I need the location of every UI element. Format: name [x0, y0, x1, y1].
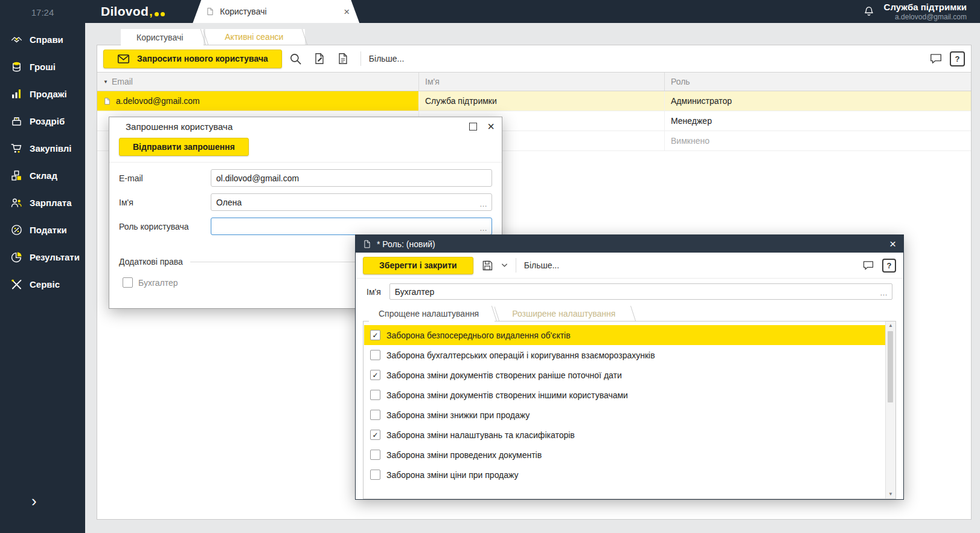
dialog-titlebar[interactable]: Запрошення користувача × — [109, 117, 502, 135]
sidebar-item-rezultaty[interactable]: Результати — [0, 244, 85, 271]
sidebar-item-sprav[interactable]: Справи — [0, 26, 85, 53]
comments-button[interactable] — [926, 49, 946, 68]
cell-role[interactable]: Менеджер — [665, 111, 971, 131]
comments-button[interactable] — [859, 256, 878, 275]
percent-coin-icon — [10, 224, 23, 236]
column-header-email[interactable]: ▼ Email — [97, 73, 419, 91]
permission-item[interactable]: ✓ Заборона зміни ціни при продажу — [364, 465, 885, 485]
permission-item[interactable]: ✓ Заборона зміни документів створених ра… — [364, 365, 885, 385]
cell-name[interactable]: Служба підтримки — [419, 91, 665, 111]
table-row[interactable]: a.delovod@gmail.com Служба підтримки Адм… — [97, 91, 971, 111]
role-field[interactable] — [211, 218, 492, 234]
help-button[interactable]: ? — [950, 51, 965, 66]
sidebar-item-prodazhi[interactable]: Продажі — [0, 80, 85, 108]
sidebar-item-label: Склад — [30, 170, 57, 181]
checkbox[interactable]: ✓ — [370, 330, 380, 340]
dialog-title: Запрошення користувача — [126, 121, 232, 132]
document-lines-button[interactable] — [333, 49, 353, 68]
sidebar-item-sklad[interactable]: Склад — [0, 162, 85, 189]
sidebar-item-label: Результати — [30, 252, 80, 262]
tab-close-icon[interactable]: × — [344, 7, 350, 17]
permission-item[interactable]: ✓ Заборона бухгалтерських операцій і кор… — [364, 345, 885, 365]
role-name-field[interactable] — [390, 284, 892, 299]
cell-role[interactable]: Администратор — [665, 91, 971, 111]
maximize-icon[interactable] — [469, 123, 477, 131]
cell-role[interactable]: Вимкнено — [665, 131, 971, 150]
close-icon[interactable]: × — [487, 120, 495, 132]
logo-text: Dilovod — [101, 4, 149, 19]
bell-icon[interactable] — [863, 5, 875, 18]
sidebar-item-zakupivli[interactable]: Закупівлі — [0, 135, 85, 162]
check-icon: ✓ — [372, 372, 378, 379]
role-dialog-tabs: Спрощене налаштування Розширене налаштув… — [363, 306, 896, 321]
sales-chart-icon — [10, 88, 23, 100]
email-field[interactable] — [211, 170, 492, 186]
sidebar-item-zarplata[interactable]: Зарплата — [0, 189, 85, 216]
permission-item[interactable]: ✓ Заборона зміни знижки при продажу — [364, 405, 885, 425]
send-invitation-button[interactable]: Відправити запрошення — [119, 138, 249, 156]
close-icon[interactable]: × — [889, 238, 896, 250]
sidebar-item-rozdrib[interactable]: Роздріб — [0, 108, 85, 135]
email-value: a.delovod@gmail.com — [116, 96, 200, 106]
help-button[interactable]: ? — [882, 259, 896, 273]
checkbox[interactable]: ✓ — [370, 390, 380, 400]
permission-item[interactable]: ✓ Заборона зміни документів створених ін… — [364, 385, 885, 405]
checkbox[interactable]: ✓ — [370, 410, 380, 420]
permission-label: Заборона зміни налаштувань та класифікат… — [386, 430, 575, 440]
checkbox[interactable]: ✓ — [370, 350, 380, 360]
save-and-close-button[interactable]: Зберегти і закрити — [363, 257, 473, 274]
tab-label: Розширене налаштування — [512, 309, 615, 318]
pie-chart-icon — [10, 251, 23, 263]
tab-label: Спрощене налаштування — [379, 309, 479, 318]
permission-item[interactable]: ✓ Заборона зміни проведених документів — [364, 445, 885, 465]
checkbox[interactable]: ✓ — [370, 430, 380, 440]
toolbar-separator — [516, 258, 516, 273]
checkbox[interactable]: ✓ — [370, 450, 380, 460]
sidebar-item-servis[interactable]: Сервіс — [0, 271, 85, 298]
permission-item[interactable]: ✓ Заборона безпосереднього видалення об'… — [364, 325, 885, 345]
picker-button[interactable]: … — [479, 224, 487, 232]
envelope-icon — [117, 53, 130, 65]
sidebar-item-label: Податки — [30, 225, 67, 235]
scrollbar[interactable]: ▲ ▼ — [885, 321, 895, 499]
sidebar-item-groshi[interactable]: Гроші — [0, 53, 85, 80]
sidebar-item-podatky[interactable]: Податки — [0, 216, 85, 244]
permission-item[interactable]: ✓ Заборона зміни налаштувань та класифік… — [364, 425, 885, 445]
checkbox[interactable]: ✓ — [123, 277, 133, 288]
more-menu[interactable]: Більше... — [369, 54, 404, 63]
sidebar-collapse-button[interactable]: › — [31, 493, 37, 509]
chevron-down-icon[interactable] — [501, 263, 508, 268]
role-field-label: Роль користувача — [119, 222, 211, 231]
column-header-name[interactable]: Ім'я — [419, 73, 665, 91]
tab-simple-settings[interactable]: Спрощене налаштування — [369, 306, 495, 321]
column-header-role[interactable]: Роль — [665, 73, 971, 91]
tab-advanced-settings[interactable]: Розширене налаштування — [496, 306, 633, 321]
current-user[interactable]: Служба підтримки a.delovod@gmail.com — [884, 2, 967, 21]
scroll-up-icon[interactable]: ▲ — [888, 323, 893, 328]
name-field[interactable] — [211, 194, 492, 210]
edit-document-button[interactable] — [310, 49, 329, 68]
column-label: Ім'я — [425, 77, 440, 86]
save-icon[interactable] — [478, 256, 497, 275]
picker-button[interactable]: … — [479, 200, 487, 208]
role-dialog-toolbar: Зберегти і закрити Більше... ? — [356, 253, 903, 279]
checkbox[interactable]: ✓ — [370, 470, 380, 480]
more-menu[interactable]: Більше... — [524, 260, 559, 270]
tab-users[interactable]: Користувачі — [121, 29, 203, 45]
tab-active-sessions[interactable]: Активні сеанси — [205, 29, 305, 45]
scrollbar-thumb[interactable] — [888, 331, 893, 402]
invite-user-button[interactable]: Запросити нового користувача — [103, 50, 282, 68]
checkbox[interactable]: ✓ — [370, 370, 380, 380]
search-button[interactable] — [286, 49, 306, 68]
role-field-box: … — [211, 218, 492, 235]
dialog-titlebar[interactable]: * Роль: (новий) × — [356, 235, 903, 253]
sidebar-item-label: Продажі — [30, 89, 67, 99]
column-label: Роль — [671, 77, 690, 86]
tab-label: Користувачі — [136, 33, 183, 42]
topbar: Dilovod, Користувачі × Служба підтримки … — [85, 0, 980, 23]
picker-button[interactable]: … — [880, 289, 888, 297]
topbar-right: Служба підтримки a.delovod@gmail.com — [863, 2, 980, 21]
open-tab-users[interactable]: Користувачі × — [193, 0, 359, 23]
scroll-down-icon[interactable]: ▼ — [888, 492, 893, 497]
cell-email[interactable]: a.delovod@gmail.com — [97, 91, 419, 111]
